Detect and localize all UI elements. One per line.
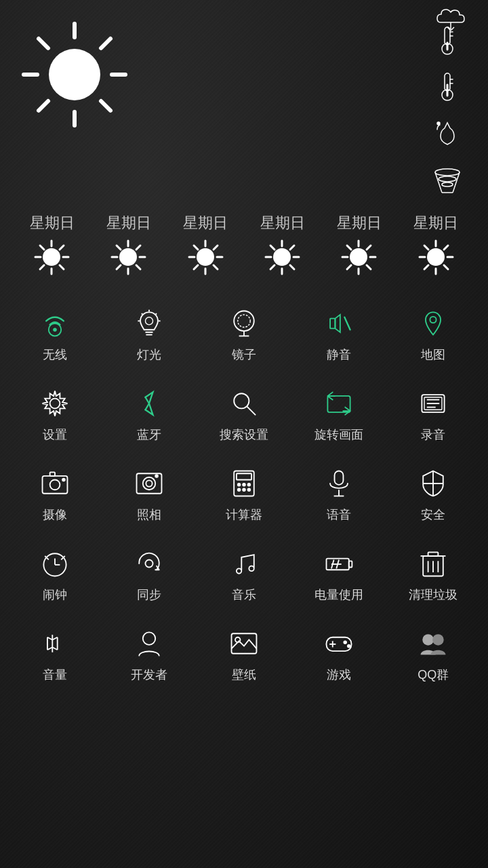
app-search-settings[interactable]: 搜索设置 xyxy=(199,376,289,451)
svg-point-101 xyxy=(49,399,60,409)
day-item-2: 星期日 xyxy=(106,213,151,276)
svg-line-71 xyxy=(367,245,371,250)
day-sun-3 xyxy=(187,239,224,276)
svg-point-161 xyxy=(143,632,155,644)
svg-point-46 xyxy=(119,248,137,266)
svg-line-81 xyxy=(424,265,428,269)
svg-line-156 xyxy=(47,637,52,640)
record-icon xyxy=(415,386,451,421)
svg-line-157 xyxy=(52,648,57,650)
svg-line-33 xyxy=(40,245,44,250)
svg-point-120 xyxy=(146,480,152,486)
day-item-5: 星期日 xyxy=(337,213,382,276)
app-games[interactable]: 游戏 xyxy=(294,616,384,691)
app-mute[interactable]: 静音 xyxy=(294,296,384,371)
svg-line-155 xyxy=(52,637,57,640)
app-calculator[interactable]: 计算器 xyxy=(199,456,289,531)
svg-line-105 xyxy=(247,407,256,415)
app-map[interactable]: 地图 xyxy=(388,296,478,371)
wind-icon xyxy=(427,159,468,199)
svg-point-169 xyxy=(422,634,434,646)
app-photo[interactable]: 照相 xyxy=(105,456,195,531)
games-icon xyxy=(321,626,357,661)
thermometer-mid-icon xyxy=(427,66,468,107)
day-item-4: 星期日 xyxy=(260,213,305,276)
app-wallpaper[interactable]: 壁纸 xyxy=(199,616,289,691)
svg-line-7 xyxy=(39,39,48,48)
mute-icon xyxy=(321,306,357,341)
wallpaper-icon xyxy=(226,626,262,661)
svg-rect-98 xyxy=(330,319,335,329)
svg-point-96 xyxy=(238,315,250,327)
app-qq-group[interactable]: QQ群 xyxy=(388,616,478,691)
svg-point-141 xyxy=(237,568,241,573)
svg-point-168 xyxy=(348,645,350,648)
calculator-icon xyxy=(226,466,262,501)
svg-point-121 xyxy=(156,475,159,477)
app-sync[interactable]: 同步 xyxy=(105,536,195,611)
app-voice[interactable]: 语音 xyxy=(294,456,384,531)
svg-point-128 xyxy=(243,488,245,491)
day-item-3: 星期日 xyxy=(183,213,228,276)
wireless-icon xyxy=(37,306,73,341)
svg-line-53 xyxy=(214,245,218,250)
svg-line-10 xyxy=(39,101,48,111)
svg-point-142 xyxy=(249,566,253,571)
weather-indicators xyxy=(427,20,468,199)
svg-line-78 xyxy=(424,245,428,250)
app-trash[interactable]: 清理垃圾 xyxy=(388,536,478,611)
svg-line-45 xyxy=(117,265,121,269)
app-music[interactable]: 音乐 xyxy=(199,536,289,611)
app-record[interactable]: 录音 xyxy=(388,376,478,451)
app-camera[interactable]: 摄像 xyxy=(10,456,100,531)
app-security[interactable]: 安全 xyxy=(388,456,478,531)
svg-line-44 xyxy=(136,245,140,250)
mirror-icon xyxy=(226,306,262,341)
svg-point-25 xyxy=(442,182,453,186)
svg-point-24 xyxy=(439,176,456,182)
app-alarm[interactable]: 闹钟 xyxy=(10,536,100,611)
svg-point-93 xyxy=(234,311,254,332)
svg-line-102 xyxy=(146,397,150,403)
cloud-icon xyxy=(434,3,468,33)
app-settings[interactable]: 设置 xyxy=(10,376,100,451)
app-rotate[interactable]: 旋转画面 xyxy=(294,376,384,451)
svg-rect-116 xyxy=(49,472,54,476)
svg-line-9 xyxy=(101,39,110,48)
app-battery[interactable]: 电量使用 xyxy=(294,536,384,611)
svg-line-43 xyxy=(136,265,140,269)
alarm-icon xyxy=(37,546,73,581)
trash-icon xyxy=(415,546,451,581)
svg-point-124 xyxy=(238,484,241,486)
svg-point-37 xyxy=(43,248,60,266)
svg-point-119 xyxy=(143,477,155,490)
day-sun-6 xyxy=(418,239,455,276)
app-light[interactable]: 灯光 xyxy=(105,296,195,371)
app-mirror[interactable]: 镜子 xyxy=(199,296,289,371)
svg-line-88 xyxy=(142,313,143,315)
svg-point-125 xyxy=(243,484,245,486)
app-wireless[interactable]: 无线 xyxy=(10,296,100,371)
photo-icon xyxy=(131,466,167,501)
svg-line-63 xyxy=(270,265,274,269)
svg-line-69 xyxy=(347,245,351,250)
svg-point-117 xyxy=(62,479,65,481)
svg-rect-150 xyxy=(428,552,439,556)
volume-icon xyxy=(37,626,73,661)
svg-line-54 xyxy=(194,265,198,269)
app-volume[interactable]: 音量 xyxy=(10,616,100,691)
app-bluetooth[interactable]: 蓝牙 xyxy=(105,376,195,451)
day-item-6: 星期日 xyxy=(413,213,458,276)
svg-point-127 xyxy=(238,488,241,491)
day-sun-2 xyxy=(110,239,147,276)
developer-icon xyxy=(131,626,167,661)
svg-line-8 xyxy=(101,101,110,111)
voice-icon xyxy=(321,466,357,501)
day-item-1: 星期日 xyxy=(30,213,75,276)
app-developer[interactable]: 开发者 xyxy=(105,616,195,691)
day-sun-1 xyxy=(33,239,70,276)
svg-point-11 xyxy=(49,49,100,100)
svg-line-51 xyxy=(194,245,198,250)
svg-point-115 xyxy=(49,479,60,490)
svg-point-100 xyxy=(430,317,436,323)
